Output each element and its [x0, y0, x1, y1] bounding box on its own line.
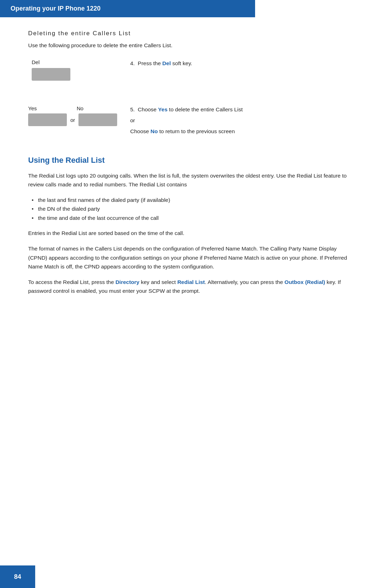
- step5-number: 5.: [130, 106, 135, 112]
- step5-no-bold: No: [151, 128, 158, 134]
- step4-text-before: Press the: [138, 60, 163, 66]
- access-text-3: . Alternatively, you can press the: [205, 279, 284, 285]
- list-item: the time and date of the last occurrence…: [32, 213, 352, 223]
- directory-bold: Directory: [115, 279, 139, 285]
- sorted-text: Entries in the Redial List are sorted ba…: [28, 229, 352, 238]
- step5-right: 5. Choose Yes to delete the entire Calle…: [120, 105, 352, 141]
- step4-left: Del: [28, 59, 120, 91]
- yes-label: Yes: [28, 105, 67, 111]
- del-key-label: Del: [32, 59, 120, 65]
- step5-area: Yes No or 5. Choose Yes to delete the en…: [28, 105, 352, 141]
- step4-number: 4.: [130, 60, 135, 66]
- yn-buttons: or: [28, 113, 120, 126]
- or-middle: or: [70, 117, 75, 123]
- main-content: Deleting the entire Callers List Use the…: [0, 30, 380, 330]
- step5-yes-bold: Yes: [158, 106, 167, 112]
- access-text-1: To access the Redial List, press the: [28, 279, 115, 285]
- step5-text: 5. Choose Yes to delete the entire Calle…: [130, 105, 352, 136]
- step4-area: Del 4. Press the Del soft key.: [28, 59, 352, 91]
- step5-text-no-after: to return to the previous screen: [158, 128, 235, 134]
- section-title: Deleting the entire Callers List: [28, 30, 352, 37]
- format-text: The format of names in the Callers List …: [28, 244, 352, 271]
- del-key-button: [32, 68, 70, 81]
- access-text-2: key and select: [139, 279, 177, 285]
- redial-intro: The Redial List logs upto 20 outgoing ca…: [28, 171, 352, 189]
- yes-key-button: [28, 113, 67, 126]
- step4-text-after: soft key.: [171, 60, 192, 66]
- redial-list-bold: Redial List: [177, 279, 205, 285]
- redial-heading: Using the Redial List: [28, 156, 352, 165]
- step4-del-bold: Del: [162, 60, 171, 66]
- step5-text-no-before: Choose: [130, 128, 151, 134]
- header-title: Operating your IP Phone 1220: [11, 5, 101, 12]
- list-item: the DN of the dialed party: [32, 204, 352, 213]
- access-text: To access the Redial List, press the Dir…: [28, 278, 352, 296]
- step4-right: 4. Press the Del soft key.: [120, 59, 352, 91]
- step5-text-mid: to delete the entire Callers List: [167, 106, 243, 112]
- yn-labels: Yes No: [28, 105, 120, 111]
- bullet-list: the last and first names of the dialed p…: [32, 196, 352, 223]
- footer-bar: 84: [0, 565, 35, 588]
- step4-text: 4. Press the Del soft key.: [130, 59, 352, 68]
- step5-or: or: [130, 116, 352, 125]
- intro-text: Use the following procedure to delete th…: [28, 41, 352, 49]
- list-item: the last and first names of the dialed p…: [32, 196, 352, 205]
- no-label: No: [77, 105, 83, 111]
- page-number: 84: [14, 573, 21, 581]
- step5-left: Yes No or: [28, 105, 120, 141]
- no-key-button: [78, 113, 117, 126]
- outbox-bold: Outbox (Redial): [285, 279, 325, 285]
- header-bar: Operating your IP Phone 1220: [0, 0, 255, 17]
- step5-text-before: Choose: [138, 106, 158, 112]
